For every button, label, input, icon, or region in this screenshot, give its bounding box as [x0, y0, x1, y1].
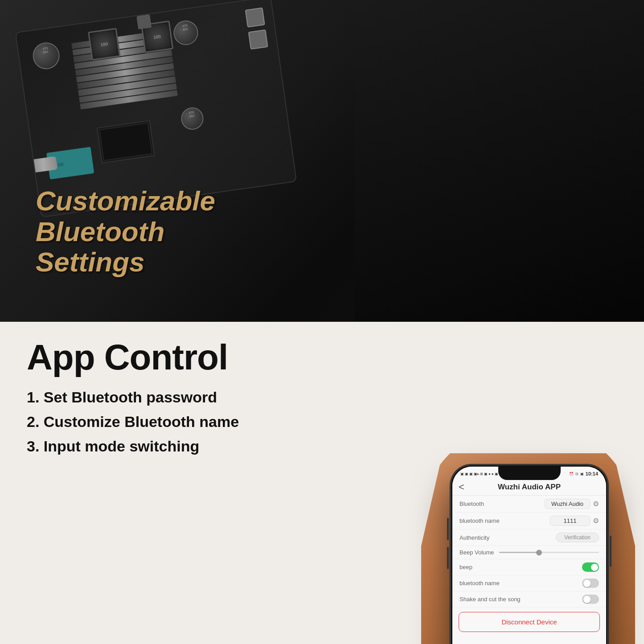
status-time: 10:14 [586, 471, 598, 476]
dark-gradient [354, 0, 644, 322]
volume-down-button[interactable] [447, 547, 449, 569]
phone-notch [498, 467, 561, 480]
capacitor-3: 47035V [180, 106, 205, 131]
bluetooth-name-toggle-thumb [583, 580, 591, 587]
bluetooth-label: Bluetooth [459, 500, 484, 507]
bluetooth-name-value[interactable]: 1111 [550, 516, 590, 526]
beep-volume-row: Beep Volume [452, 546, 606, 559]
phone-mockup: ▣▣▣▣▸⊞▣●●▣ ⏰⊡▣10:14 < Wuzhi Audio APP Bl… [450, 464, 608, 644]
feature-item-2: 2. Customize Bluetooth name [27, 413, 285, 431]
inductor-1: 100 [88, 28, 120, 61]
authenticity-label: Authenticity [459, 534, 489, 541]
app-control-title: App Control [27, 340, 285, 375]
beep-toggle-row: beep [452, 559, 606, 575]
bluetooth-name-row: bluetooth name 1111 ⚙ [452, 513, 606, 529]
app-header: < Wuzhi Audio APP [452, 481, 606, 496]
features-list: 1. Set Bluetooth password 2. Customize B… [27, 389, 285, 455]
disconnect-device-button[interactable]: Disconnect Device [459, 612, 600, 632]
bluetooth-gear-icon[interactable]: ⚙ [593, 500, 599, 508]
feature-item-1: 1. Set Bluetooth password [27, 389, 285, 406]
capacitor-2: 47040V [172, 19, 200, 46]
capacitor-1: 47035V [31, 41, 62, 71]
shake-cut-toggle[interactable] [582, 595, 599, 604]
bluetooth-name-gear-icon[interactable]: ⚙ [593, 517, 599, 525]
beep-toggle-label: beep [459, 564, 472, 570]
shake-cut-toggle-thumb [583, 596, 591, 603]
beep-toggle-thumb [591, 564, 598, 571]
bluetooth-name-toggle-label: bluetooth name [459, 580, 500, 587]
bluetooth-name-row-right: 1111 ⚙ [550, 516, 599, 526]
bluetooth-row: Bluetooth Wuzhi Audio ⚙ [452, 496, 606, 513]
ic-chip [97, 120, 155, 163]
bottom-section: App Control 1. Set Bluetooth password 2.… [0, 322, 644, 644]
bluetooth-settings-title: Customizable Bluetooth Settings [36, 186, 215, 277]
shake-cut-row: Shake and cut the song [452, 591, 606, 607]
volume-up-button[interactable] [447, 518, 449, 540]
app-title-text: Wuzhi Audio APP [498, 483, 561, 492]
beep-volume-label: Beep Volume [459, 549, 494, 556]
status-right-icons: ⏰⊡▣10:14 [569, 471, 598, 476]
back-button[interactable]: < [459, 481, 464, 493]
bluetooth-name-label: bluetooth name [459, 517, 500, 524]
bluetooth-name-toggle-row: bluetooth name [452, 575, 606, 591]
circuit-board: 47035V 47040V 47035V 100 100 B10K [15, 0, 297, 217]
power-button[interactable] [610, 536, 611, 567]
status-left-icons: ▣▣▣▣▸⊞▣●●▣ [460, 472, 498, 476]
settings-list: Bluetooth Wuzhi Audio ⚙ bluetooth name 1… [452, 496, 606, 632]
authenticity-row: Authenticity Verification [452, 529, 606, 546]
authenticity-row-right: Verification [556, 533, 599, 542]
verification-button[interactable]: Verification [556, 533, 599, 542]
app-control-section: App Control 1. Set Bluetooth password 2.… [27, 340, 285, 462]
shake-cut-label: Shake and cut the song [459, 596, 521, 603]
beep-toggle[interactable] [582, 562, 599, 572]
beep-volume-slider[interactable] [499, 552, 599, 553]
bluetooth-name-toggle[interactable] [582, 578, 599, 588]
top-section: 47035V 47040V 47035V 100 100 B10K [0, 0, 644, 322]
bluetooth-row-right: Wuzhi Audio ⚙ [545, 499, 599, 509]
feature-item-3: 3. Input mode switching [27, 438, 285, 455]
bluetooth-value[interactable]: Wuzhi Audio [545, 499, 590, 509]
